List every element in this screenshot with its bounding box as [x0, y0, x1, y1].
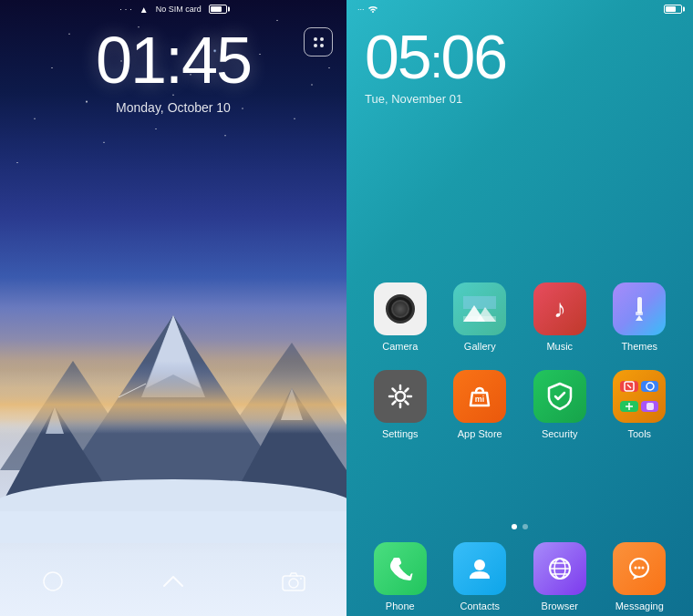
security-label: Security — [542, 428, 578, 439]
contacts-person-icon — [466, 555, 493, 582]
app-phone[interactable]: Phone — [366, 542, 434, 611]
app-tools[interactable]: Tools — [605, 370, 674, 439]
svg-point-25 — [396, 392, 405, 401]
music-app-icon: ♪ — [533, 282, 586, 335]
tools-mini-4 — [641, 401, 659, 412]
lock-signal-dot3: · — [129, 5, 132, 14]
svg-marker-23 — [636, 315, 643, 321]
app-contacts[interactable]: Contacts — [446, 542, 514, 611]
appstore-label: App Store — [458, 428, 502, 439]
messaging-label: Messaging — [615, 601, 664, 611]
settings-label: Settings — [382, 428, 419, 439]
home-minute: 06 — [441, 22, 507, 91]
app-row-dock: Phone Contacts — [360, 542, 679, 611]
gallery-svg — [463, 296, 496, 322]
themes-app-icon — [613, 282, 666, 335]
svg-rect-21 — [463, 316, 496, 322]
tools-mini-icon-4 — [645, 401, 656, 412]
app-gallery[interactable]: Gallery — [446, 282, 514, 352]
tools-label: Tools — [627, 428, 651, 439]
app-appstore[interactable]: mi App Store — [446, 370, 514, 439]
app-settings[interactable]: Settings — [366, 370, 434, 439]
page-dot-1[interactable] — [512, 524, 517, 529]
circle-icon — [42, 570, 64, 592]
music-note-icon: ♪ — [553, 294, 566, 323]
appstore-mi-icon: mi — [465, 382, 494, 411]
music-label: Music — [546, 341, 573, 352]
security-shield-icon — [546, 382, 574, 411]
mountain-svg — [0, 288, 346, 543]
lock-colon: : — [165, 27, 181, 93]
lock-battery — [209, 5, 227, 14]
home-battery-icon — [664, 5, 682, 14]
app-browser[interactable]: Browser — [525, 542, 594, 611]
tools-mini-icon-2 — [645, 381, 656, 392]
svg-point-40 — [635, 567, 637, 570]
lock-wifi-icon: ▲ — [140, 5, 149, 15]
svg-point-16 — [300, 578, 302, 580]
app-row-1: Camera Gallery — [360, 282, 679, 352]
svg-point-33 — [474, 560, 485, 570]
svg-text:mi: mi — [475, 395, 485, 404]
home-time-section: 05:06 Tue, November 01 — [365, 26, 506, 106]
contacts-label: Contacts — [460, 601, 500, 611]
lock-circle-button[interactable] — [36, 565, 69, 598]
svg-point-13 — [44, 572, 62, 590]
home-status-right — [664, 5, 682, 14]
svg-point-42 — [642, 567, 645, 570]
app-music[interactable]: ♪ Music — [525, 282, 594, 352]
lock-hour: 01 — [96, 24, 165, 97]
svg-point-29 — [646, 383, 654, 390]
lock-signal-dot: · — [119, 5, 122, 14]
svg-rect-32 — [646, 403, 654, 410]
browser-label: Browser — [542, 601, 578, 611]
lock-camera-button[interactable] — [277, 565, 310, 598]
home-status-bar: ··· — [346, 0, 693, 18]
home-signal-dots: ··· — [357, 5, 365, 14]
lock-screen: · · · ▲ No SIM card 01:45 Monday, Octobe… — [0, 0, 346, 616]
home-wifi-icon — [367, 5, 378, 14]
camera-app-icon — [374, 282, 427, 335]
lock-bottom-bar — [0, 565, 346, 598]
page-dots — [346, 524, 693, 529]
app-messaging[interactable]: Messaging — [605, 542, 674, 611]
home-hour: 05 — [365, 22, 430, 91]
settings-app-icon — [374, 370, 427, 423]
app-grid: Camera Gallery — [346, 282, 693, 457]
page-dot-2[interactable] — [522, 524, 528, 529]
tools-mini-3 — [620, 401, 638, 412]
camera-lens — [386, 294, 415, 323]
messaging-app-icon — [613, 542, 666, 595]
svg-line-28 — [627, 385, 631, 388]
svg-point-15 — [289, 579, 298, 588]
home-status-left: ··· — [357, 5, 378, 14]
home-date-display: Tue, November 01 — [365, 92, 506, 106]
browser-app-icon — [533, 542, 586, 595]
app-themes[interactable]: Themes — [605, 282, 674, 352]
lock-date-display: Monday, October 10 — [116, 100, 231, 115]
home-colon: : — [430, 39, 441, 85]
svg-rect-24 — [636, 312, 643, 315]
phone-label: Phone — [386, 601, 415, 611]
app-camera[interactable]: Camera — [366, 282, 434, 352]
themes-label: Themes — [621, 341, 657, 352]
svg-rect-10 — [0, 511, 346, 543]
tools-mini-1 — [620, 381, 638, 392]
phone-app-icon — [374, 542, 427, 595]
phone-handset-icon — [388, 556, 413, 581]
lock-no-sim: No SIM card — [156, 5, 202, 14]
svg-point-41 — [638, 567, 641, 570]
tools-app-icon — [613, 370, 666, 423]
contacts-app-icon — [453, 542, 506, 595]
app-security[interactable]: Security — [525, 370, 594, 439]
appstore-app-icon: mi — [453, 370, 506, 423]
tools-mini-icon-3 — [624, 401, 635, 412]
lock-swipe-up-button[interactable] — [157, 565, 190, 598]
lock-time-section: 01:45 Monday, October 10 — [0, 27, 346, 115]
lock-time-display: 01:45 — [96, 27, 251, 93]
settings-gear-icon — [386, 382, 415, 411]
browser-globe-icon — [546, 555, 574, 582]
camera-icon — [282, 571, 305, 591]
lock-status-dots: · · · — [119, 5, 132, 14]
home-time-display: 05:06 — [365, 26, 506, 87]
